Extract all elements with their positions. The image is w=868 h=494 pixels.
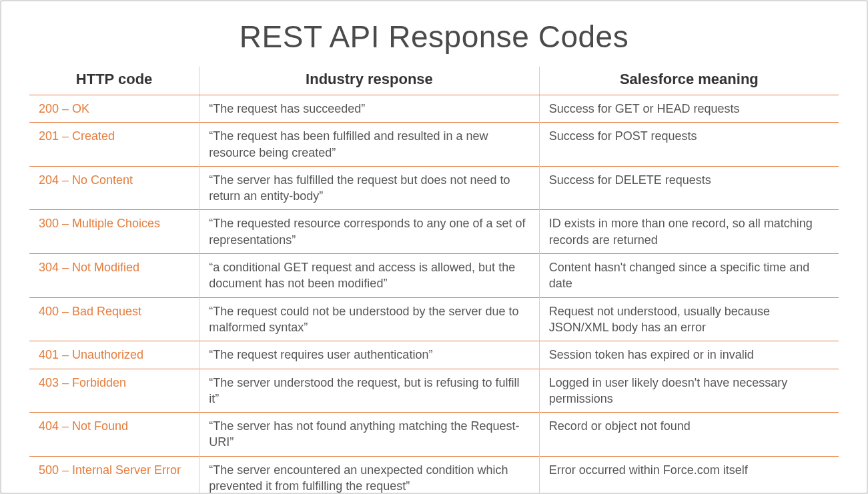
industry-response-cell: “The request could not be understood by …: [199, 297, 539, 341]
salesforce-meaning-cell: Error occurred within Force.com itself: [539, 456, 839, 494]
codes-table: HTTP code Industry response Salesforce m…: [29, 67, 839, 494]
industry-response-cell: “The server has not found anything match…: [199, 413, 539, 457]
table-row: 403 – Forbidden“The server understood th…: [29, 369, 839, 413]
salesforce-meaning-cell: Session token has expired or in invalid: [539, 341, 839, 369]
http-code-cell: 403 – Forbidden: [29, 369, 199, 413]
table-row: 304 – Not Modified“a conditional GET req…: [29, 254, 839, 298]
http-code-cell: 204 – No Content: [29, 166, 199, 210]
industry-response-cell: “The request has succeeded”: [199, 95, 539, 123]
table-row: 300 – Multiple Choices“The requested res…: [29, 210, 839, 254]
col-header-industry-response: Industry response: [199, 67, 539, 95]
http-code-cell: 200 – OK: [29, 95, 199, 123]
slide-card: REST API Response Codes HTTP code Indust…: [0, 0, 868, 494]
table-row: 400 – Bad Request“The request could not …: [29, 297, 839, 341]
http-code-cell: 401 – Unauthorized: [29, 341, 199, 369]
industry-response-cell: “The request has been fulfilled and resu…: [199, 123, 539, 167]
http-code-cell: 400 – Bad Request: [29, 297, 199, 341]
table-row: 500 – Internal Server Error“The server e…: [29, 456, 839, 494]
table-row: 200 – OK“The request has succeeded”Succe…: [29, 95, 839, 123]
industry-response-cell: “The request requires user authenticatio…: [199, 341, 539, 369]
table-row: 201 – Created“The request has been fulfi…: [29, 123, 839, 167]
salesforce-meaning-cell: Content hasn't changed since a specific …: [539, 254, 839, 298]
industry-response-cell: “The server has fulfilled the request bu…: [199, 166, 539, 210]
salesforce-meaning-cell: Success for GET or HEAD requests: [539, 95, 839, 123]
salesforce-meaning-cell: Success for DELETE requests: [539, 166, 839, 210]
industry-response-cell: “a conditional GET request and access is…: [199, 254, 539, 298]
http-code-cell: 500 – Internal Server Error: [29, 456, 199, 494]
http-code-cell: 300 – Multiple Choices: [29, 210, 199, 254]
salesforce-meaning-cell: Request not understood, usually because …: [539, 297, 839, 341]
http-code-cell: 404 – Not Found: [29, 413, 199, 457]
salesforce-meaning-cell: Success for POST requests: [539, 123, 839, 167]
table-header-row: HTTP code Industry response Salesforce m…: [29, 67, 839, 95]
industry-response-cell: “The requested resource corresponds to a…: [199, 210, 539, 254]
http-code-cell: 304 – Not Modified: [29, 254, 199, 298]
table-row: 204 – No Content“The server has fulfille…: [29, 166, 839, 210]
table-row: 404 – Not Found“The server has not found…: [29, 413, 839, 457]
col-header-http-code: HTTP code: [29, 67, 199, 95]
table-row: 401 – Unauthorized“The request requires …: [29, 341, 839, 369]
salesforce-meaning-cell: Record or object not found: [539, 413, 839, 457]
salesforce-meaning-cell: Logged in user likely doesn't have neces…: [539, 369, 839, 413]
http-code-cell: 201 – Created: [29, 123, 199, 167]
salesforce-meaning-cell: ID exists in more than one record, so al…: [539, 210, 839, 254]
industry-response-cell: “The server understood the request, but …: [199, 369, 539, 413]
industry-response-cell: “The server encountered an unexpected co…: [199, 456, 539, 494]
col-header-salesforce-meaning: Salesforce meaning: [539, 67, 839, 95]
page-title: REST API Response Codes: [29, 19, 839, 55]
